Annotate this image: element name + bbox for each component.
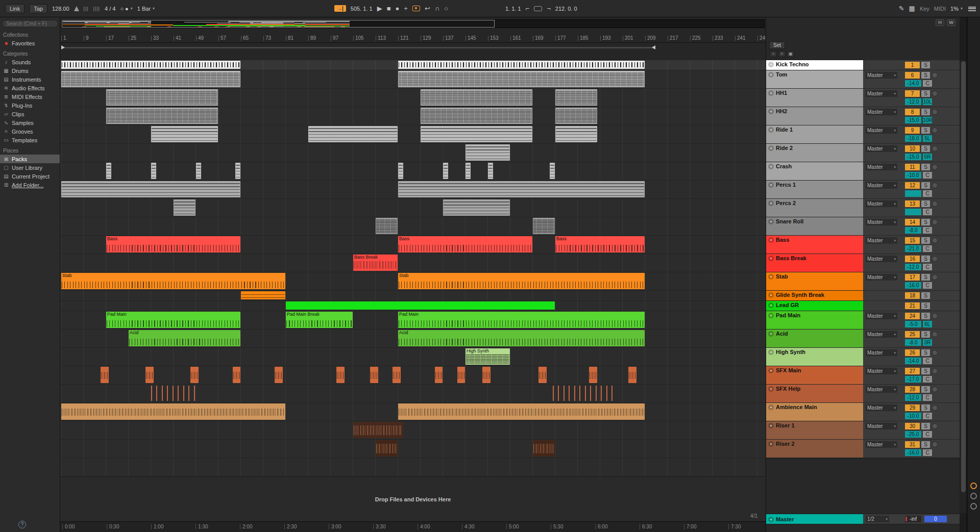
solo-button[interactable]: S: [921, 145, 930, 152]
lane-riser-1[interactable]: [60, 421, 766, 440]
clip-tom[interactable]: [398, 71, 645, 87]
clip-bass[interactable]: Bass: [106, 236, 240, 252]
lane-stab[interactable]: StabStab: [60, 272, 766, 291]
track-fold-icon[interactable]: ▾: [768, 274, 774, 280]
lane-tom[interactable]: [60, 70, 766, 89]
clip-riser-1[interactable]: [353, 422, 403, 438]
loop-region[interactable]: [61, 47, 655, 48]
track-fold-icon[interactable]: ▾: [768, 302, 774, 308]
track-fold-icon[interactable]: ▾: [768, 219, 774, 224]
sidebar-item-favorites[interactable]: ■Favorites: [0, 39, 60, 47]
solo-button[interactable]: S: [921, 182, 930, 189]
track-fold-icon[interactable]: ▾: [768, 423, 774, 428]
cpu-load-display[interactable]: 1%: [950, 6, 959, 12]
pan-display[interactable]: C: [923, 80, 932, 87]
midi-map-button[interactable]: MIDI: [934, 6, 946, 12]
volume-display[interactable]: -5.0: [905, 321, 921, 327]
solo-button[interactable]: S: [921, 274, 930, 281]
track-activator-button[interactable]: 25: [905, 331, 920, 338]
arm-button[interactable]: [932, 405, 938, 411]
solo-button[interactable]: S: [921, 237, 930, 244]
clip-crash[interactable]: [465, 163, 471, 179]
arm-button[interactable]: [932, 219, 938, 225]
volume-display[interactable]: -15.0: [905, 117, 921, 123]
arm-button[interactable]: [932, 91, 938, 96]
clip-sfx-help[interactable]: [553, 385, 614, 401]
clip-bass-break[interactable]: Bass Break: [353, 255, 398, 271]
clip-pad-main-break[interactable]: Pad Main Break: [286, 312, 353, 328]
nudge-down-button[interactable]: |||: [84, 6, 89, 11]
solo-button[interactable]: S: [921, 90, 930, 97]
re-enable-automation-button[interactable]: ↩: [425, 5, 430, 12]
solo-button[interactable]: S: [921, 292, 930, 299]
output-routing-select[interactable]: Master▾: [866, 274, 897, 281]
track-activator-button[interactable]: 1: [905, 62, 920, 68]
track-fold-icon[interactable]: ▾: [768, 256, 774, 261]
pan-display[interactable]: C: [923, 413, 932, 419]
sidebar-item-sounds[interactable]: ♪Sounds: [0, 58, 60, 66]
clip-bass[interactable]: Bass: [398, 236, 532, 252]
pan-display[interactable]: C: [923, 245, 932, 252]
clip-sfx-main[interactable]: [457, 367, 465, 383]
track-activator-button[interactable]: 15: [905, 237, 920, 244]
track-header-lead-gr[interactable]: ▾Lead GR: [766, 301, 863, 311]
clip-crash[interactable]: [235, 163, 240, 179]
clip-percs-1[interactable]: [398, 181, 645, 197]
solo-button[interactable]: S: [921, 256, 930, 262]
track-activator-button[interactable]: 27: [905, 368, 920, 374]
clip-acid[interactable]: Acid: [129, 330, 240, 346]
output-routing-select[interactable]: Master▾: [866, 441, 897, 448]
clip-sfx-help[interactable]: [151, 385, 195, 401]
output-routing-select[interactable]: Master▾: [866, 256, 897, 262]
solo-button[interactable]: S: [921, 313, 930, 319]
master-track-header[interactable]: ▾ Master: [766, 514, 863, 524]
track-header-ride-2[interactable]: ▾Ride 2: [766, 144, 863, 162]
punch-out-button[interactable]: ¬: [547, 5, 551, 12]
lane-riser-2[interactable]: [60, 440, 766, 458]
lane-snare-roll[interactable]: [60, 217, 766, 236]
arm-button[interactable]: [932, 109, 938, 115]
volume-display[interactable]: -10.0: [905, 413, 921, 419]
output-routing-select[interactable]: Master▾: [866, 313, 897, 319]
track-header-percs-2[interactable]: ▾Percs 2: [766, 199, 863, 217]
clip-crash[interactable]: [443, 163, 448, 179]
sidebar-item-samples[interactable]: ∿Samples: [0, 118, 60, 127]
output-routing-select[interactable]: Master▾: [866, 368, 897, 374]
volume-display[interactable]: -15.0: [905, 154, 921, 160]
volume-display[interactable]: -10.0: [905, 172, 921, 179]
io-section-toggle-icon[interactable]: ≡: [778, 51, 786, 57]
master-volume-display[interactable]: -inf: [905, 516, 921, 522]
volume-display[interactable]: -16.0: [905, 282, 921, 289]
volume-display[interactable]: -17.0: [905, 376, 921, 383]
clip-sfx-main[interactable]: [275, 367, 283, 383]
track-activator-button[interactable]: 30: [905, 423, 920, 429]
clip-hh1[interactable]: [555, 89, 597, 106]
sidebar-item-midi-effects[interactable]: ≣MIDI Effects: [0, 92, 60, 101]
pan-display[interactable]: 5L: [923, 135, 932, 142]
clip-hh2[interactable]: [421, 108, 532, 124]
track-activator-button[interactable]: 10: [905, 145, 920, 152]
track-fold-icon[interactable]: ▾: [768, 109, 774, 114]
track-activator-button[interactable]: 11: [905, 164, 920, 170]
arm-button[interactable]: [932, 387, 938, 392]
lane-percs-2[interactable]: [60, 199, 766, 217]
track-header-riser-2[interactable]: ▾Riser 2: [766, 440, 863, 458]
loop-length-display[interactable]: 212. 0. 0: [555, 6, 577, 12]
volume-display[interactable]: -25.0: [905, 431, 921, 438]
track-fold-icon[interactable]: ▾: [768, 145, 774, 151]
pan-display[interactable]: 6L: [923, 321, 932, 327]
overview-view-bracket[interactable]: [62, 20, 495, 28]
clip-ride-2[interactable]: [465, 144, 510, 161]
lane-sfx-help[interactable]: [60, 385, 766, 403]
sidebar-item-clips[interactable]: ▱Clips: [0, 110, 60, 118]
help-button[interactable]: ?: [18, 521, 26, 528]
clip-sfx-main[interactable]: [589, 367, 597, 383]
loop-start-display[interactable]: 1. 1. 1: [505, 6, 521, 12]
solo-button[interactable]: S: [921, 302, 930, 309]
clip-snare-roll[interactable]: [376, 218, 398, 234]
track-header-kick-techno[interactable]: ▾Kick Techno: [766, 60, 863, 70]
track-activator-button[interactable]: 28: [905, 386, 920, 393]
pan-display[interactable]: C: [923, 431, 932, 438]
track-header-hh2[interactable]: ▾HH2: [766, 107, 863, 125]
lane-ride-1[interactable]: [60, 125, 766, 144]
